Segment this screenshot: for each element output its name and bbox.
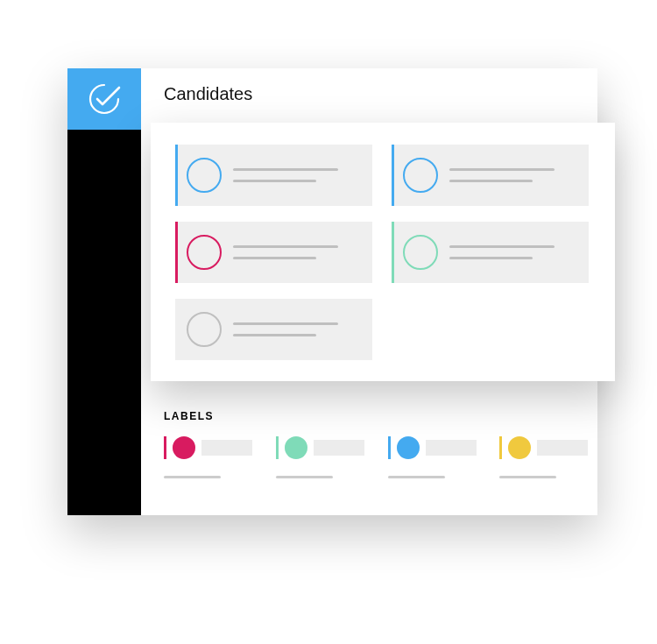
- candidate-card[interactable]: [175, 145, 372, 206]
- label-color-dot: [173, 436, 195, 459]
- candidate-avatar-placeholder: [187, 312, 222, 347]
- label-chip[interactable]: [388, 436, 486, 478]
- label-subtext-placeholder: [276, 476, 333, 478]
- label-text-placeholder: [537, 440, 588, 456]
- page-title: Candidates: [164, 84, 252, 104]
- sidebar: [67, 68, 141, 515]
- candidates-grid: [175, 145, 590, 360]
- label-color-dot: [508, 436, 531, 459]
- label-chip[interactable]: [164, 436, 262, 478]
- label-subtext-placeholder: [388, 476, 445, 478]
- candidate-text-placeholder: [233, 245, 338, 259]
- label-chip[interactable]: [276, 436, 374, 478]
- labels-row: [164, 436, 597, 478]
- candidate-avatar-placeholder: [187, 158, 222, 193]
- candidate-text-placeholder: [233, 168, 338, 182]
- candidate-avatar-placeholder: [187, 235, 222, 270]
- candidate-text-placeholder: [449, 245, 555, 259]
- candidate-text-placeholder: [233, 322, 338, 336]
- label-chip[interactable]: [499, 436, 597, 478]
- app-logo[interactable]: [67, 68, 141, 130]
- candidate-card-empty[interactable]: [175, 299, 372, 360]
- candidate-text-placeholder: [449, 168, 555, 182]
- label-text-placeholder: [426, 440, 477, 456]
- label-text-placeholder: [201, 440, 252, 456]
- labels-section: LABELS: [164, 410, 597, 478]
- candidate-avatar-placeholder: [403, 158, 438, 193]
- labels-heading: LABELS: [164, 410, 597, 422]
- label-subtext-placeholder: [499, 476, 556, 478]
- label-subtext-placeholder: [164, 476, 221, 478]
- label-text-placeholder: [314, 440, 364, 456]
- candidate-card[interactable]: [392, 222, 589, 283]
- label-color-dot: [397, 436, 420, 459]
- candidate-avatar-placeholder: [403, 235, 438, 270]
- checkmark-circle-icon: [87, 81, 122, 117]
- label-color-dot: [285, 436, 307, 459]
- candidates-popup: [151, 123, 615, 381]
- candidate-card[interactable]: [392, 145, 589, 206]
- candidate-card[interactable]: [175, 222, 372, 283]
